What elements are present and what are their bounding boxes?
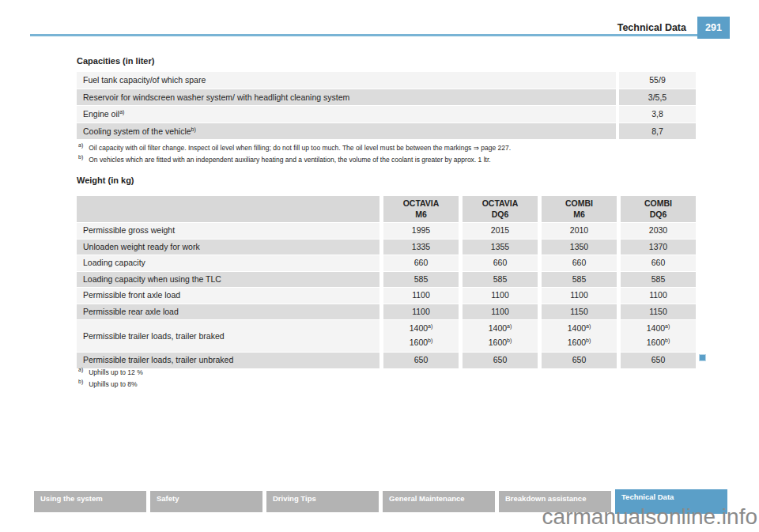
cell-value: 1150 (542, 304, 617, 320)
capacities-heading: Capacities (in liter) (77, 56, 154, 66)
tab-label: Breakdown assistance (505, 494, 586, 503)
cell-value-line: 1400a) (621, 322, 696, 336)
table-row: Reservoir for windscreen washer system/ … (77, 89, 696, 106)
weight-table-header-row: OCTAVIAM6OCTAVIADQ6COMBIM6COMBIDQ6 (77, 196, 696, 222)
cell-value: 660 (542, 255, 617, 271)
footer-tab-driving-tips[interactable]: Driving Tips (266, 491, 379, 512)
cell-value: 1370 (621, 240, 696, 255)
row-label: Loading capacity (77, 255, 380, 271)
cell-value-line: 1400a) (542, 322, 617, 336)
cell-value: 650 (542, 353, 617, 368)
cell-value: 660 (383, 255, 459, 271)
tab-label: Technical Data (621, 492, 674, 501)
weight-heading: Weight (in kg) (77, 175, 134, 185)
column-header-gearbox: M6 (383, 209, 459, 221)
table-row: Permissible trailer loads, trailer unbra… (77, 353, 696, 368)
cell-value: 1335 (383, 240, 459, 255)
table-row: Fuel tank capacity/of which spare55/9 (77, 72, 696, 89)
column-header-model: OCTAVIA (383, 198, 459, 209)
cell-value: 2015 (463, 223, 538, 239)
row-label: Permissible trailer loads, trailer brake… (77, 320, 380, 352)
section-end-marker (699, 354, 706, 361)
footnote-ref: a) (119, 109, 124, 115)
footnote-text: Uphills up to 12 % (89, 368, 143, 376)
footnote: a)Uphills up to 12 % (78, 369, 143, 377)
cell-value: 585 (621, 272, 696, 288)
row-label: Unloaden weight ready for work (77, 240, 380, 255)
tab-label: Safety (157, 494, 179, 503)
manual-page: Technical Data 291 Capacities (in liter)… (0, 0, 759, 532)
header-rule (30, 34, 697, 36)
row-label: Engine oila) (77, 106, 616, 123)
footnote-ref: a) (586, 323, 591, 329)
cell-value: 2010 (542, 223, 617, 239)
cell-value: 585 (383, 272, 459, 288)
cell-value: 2030 (621, 223, 696, 239)
cell-value: 3/5,5 (619, 89, 696, 106)
footnote-marker: a) (78, 367, 83, 372)
column-header-model: COMBI (621, 198, 696, 209)
footer-tab-using-the-system[interactable]: Using the system (34, 491, 146, 512)
tab-label: Using the system (40, 494, 103, 503)
cell-value-line: 1600b) (383, 336, 459, 350)
cell-value: 1100 (542, 288, 617, 304)
column-header-empty (77, 196, 380, 222)
table-row: Permissible rear axle load11001100115011… (77, 304, 696, 320)
cell-value-line: 1600b) (542, 336, 617, 350)
footnote-text: Oil capacity with oil filter change. Ins… (89, 144, 511, 152)
column-header-gearbox: DQ6 (463, 209, 538, 221)
page-number: 291 (705, 22, 722, 33)
cell-value: 585 (463, 272, 538, 288)
footnote-marker: a) (78, 142, 83, 148)
cell-value: 1400a)1600b) (383, 320, 459, 352)
table-row: Engine oila)3,8 (77, 106, 696, 123)
tab-label: General Maintenance (389, 494, 465, 503)
column-header: COMBIM6 (542, 196, 617, 222)
cell-value: 3,8 (619, 106, 696, 123)
table-row: Loading capacity660660660660 (77, 255, 696, 271)
cell-value-line: 1600b) (621, 336, 696, 350)
cell-value: 650 (463, 353, 538, 368)
footnote-ref: a) (665, 323, 670, 329)
cell-value: 8,7 (619, 123, 696, 140)
cell-value: 1400a)1600b) (463, 320, 538, 352)
cell-value: 1995 (383, 223, 459, 239)
page-title: Technical Data (617, 22, 686, 33)
row-label: Permissible trailer loads, trailer unbra… (77, 353, 380, 368)
footer-tab-general-maintenance[interactable]: General Maintenance (383, 491, 495, 512)
footnote-ref: b) (586, 337, 591, 342)
cell-value-line: 1600b) (463, 336, 538, 350)
footnote-ref: b) (507, 337, 512, 342)
column-header: COMBIDQ6 (621, 196, 696, 222)
footnote: b)On vehicles which are fitted with an i… (78, 157, 511, 164)
cell-value: 1150 (621, 304, 696, 320)
weight-footnotes: a)Uphills up to 12 %b)Uphills up to 8% (78, 369, 143, 393)
weight-table-body: Permissible gross weight1995201520102030… (77, 223, 696, 368)
cell-value: 1100 (463, 288, 538, 304)
footnote: b)Uphills up to 8% (78, 381, 143, 389)
footnote-ref: b) (191, 126, 196, 131)
page-number-badge: 291 (697, 17, 730, 39)
column-header: OCTAVIADQ6 (463, 196, 538, 222)
column-header-gearbox: M6 (542, 209, 617, 221)
table-row: Permissible gross weight1995201520102030 (77, 223, 696, 239)
column-header: OCTAVIAM6 (383, 196, 459, 222)
cell-value: 1100 (621, 288, 696, 304)
cell-value: 660 (463, 255, 538, 271)
row-label: Loading capacity when using the TLC (77, 272, 380, 288)
cell-value: 1100 (463, 304, 538, 320)
cell-value: 1355 (463, 240, 538, 255)
table-row: Unloaden weight ready for work1335135513… (77, 240, 696, 255)
cell-value: 650 (621, 353, 696, 368)
row-label: Fuel tank capacity/of which spare (77, 72, 616, 89)
footer-tab-safety[interactable]: Safety (150, 491, 262, 512)
table-row: Loading capacity when using the TLC58558… (77, 272, 696, 288)
watermark: carmanualsonline.info (542, 506, 757, 528)
cell-value: 1100 (383, 304, 459, 320)
capacities-table: Fuel tank capacity/of which spare55/9Res… (77, 72, 696, 140)
weight-table: OCTAVIAM6OCTAVIADQ6COMBIM6COMBIDQ6 Permi… (77, 196, 696, 369)
row-label: Reservoir for windscreen washer system/ … (77, 89, 616, 106)
footnote: a)Oil capacity with oil filter change. I… (78, 145, 511, 153)
column-header-model: COMBI (542, 198, 617, 209)
table-row: Cooling system of the vehicleb)8,7 (77, 123, 696, 140)
